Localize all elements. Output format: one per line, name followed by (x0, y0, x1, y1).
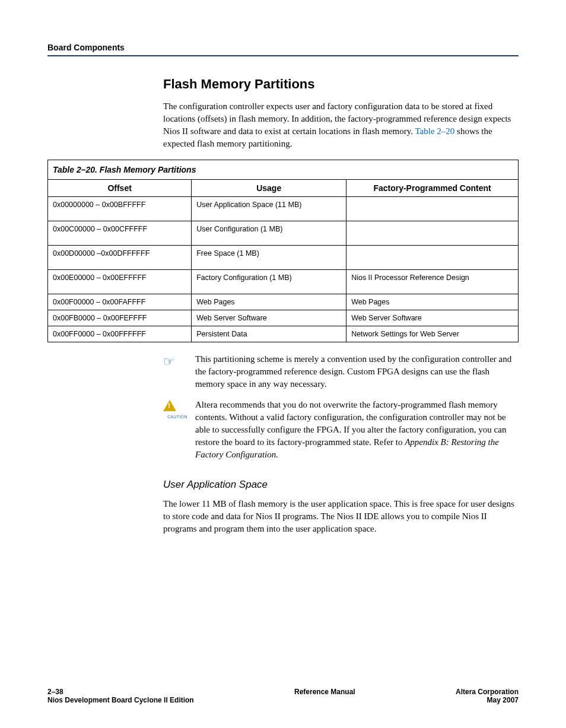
header-section-label: Board Components (47, 43, 125, 52)
caution-text: Altera recommends that you do not overwr… (195, 399, 519, 461)
subsection-title: User Application Space (163, 479, 519, 491)
footer-date: May 2007 (456, 696, 519, 704)
cell-content (346, 197, 519, 221)
cell-content: Nios II Processor Reference Design (346, 270, 519, 294)
caution-block: CAUTION Altera recommends that you do no… (163, 399, 519, 461)
cell-offset: 0x00E00000 – 0x00EFFFFF (48, 270, 192, 294)
footer-doc-type: Reference Manual (294, 688, 355, 696)
footer-right: Altera Corporation May 2007 (456, 688, 519, 704)
cell-content (346, 221, 519, 246)
table-row: 0x00000000 – 0x00BFFFFF User Application… (48, 197, 519, 221)
page-header: Board Components (47, 43, 519, 56)
cell-offset: 0x00D00000 –0x00DFFFFFF (48, 246, 192, 270)
cell-content (346, 246, 519, 270)
cell-usage: User Configuration (1 MB) (192, 221, 346, 246)
cell-offset: 0x00C00000 – 0x00CFFFFF (48, 221, 192, 246)
table-caption: Table 2–20. Flash Memory Partitions (47, 160, 519, 179)
cell-offset: 0x00000000 – 0x00BFFFFF (48, 197, 192, 221)
subsection-body: The lower 11 MB of flash memory is the u… (163, 498, 519, 535)
note-text: This partitioning scheme is merely a con… (195, 353, 519, 390)
table-ref-link[interactable]: Table 2–20 (415, 126, 454, 136)
table-row: 0x00FB0000 – 0x00FEFFFF Web Server Softw… (48, 310, 519, 326)
caution-icon: CAUTION (163, 399, 195, 461)
footer-page-number: 2–38 (47, 688, 194, 696)
page-footer: 2–38 Nios Development Board Cyclone II E… (47, 676, 519, 704)
cell-usage: Factory Configuration (1 MB) (192, 270, 346, 294)
table-row: 0x00FF0000 – 0x00FFFFFF Persistent Data … (48, 326, 519, 342)
flash-partitions-table: Table 2–20. Flash Memory Partitions Offs… (47, 160, 519, 342)
table-row: 0x00C00000 – 0x00CFFFFF User Configurati… (48, 221, 519, 246)
table-row: 0x00D00000 –0x00DFFFFFF Free Space (1 MB… (48, 246, 519, 270)
footer-center: Reference Manual (294, 688, 355, 704)
cell-content: Network Settings for Web Server (346, 326, 519, 342)
cell-content: Web Server Software (346, 310, 519, 326)
cell-usage: Persistent Data (192, 326, 346, 342)
col-usage: Usage (192, 180, 346, 197)
hand-pointing-icon: ☞ (163, 353, 195, 390)
cell-usage: User Application Space (11 MB) (192, 197, 346, 221)
col-content: Factory-Programmed Content (346, 180, 519, 197)
table-header-row: Offset Usage Factory-Programmed Content (48, 180, 519, 197)
section-title: Flash Memory Partitions (163, 77, 519, 92)
cell-offset: 0x00FF0000 – 0x00FFFFFF (48, 326, 192, 342)
cell-offset: 0x00F00000 – 0x00FAFFFF (48, 294, 192, 310)
cell-usage: Web Pages (192, 294, 346, 310)
col-offset: Offset (48, 180, 192, 197)
cell-usage: Free Space (1 MB) (192, 246, 346, 270)
section-intro: The configuration controller expects use… (163, 100, 519, 150)
footer-doc-title: Nios Development Board Cyclone II Editio… (47, 696, 194, 704)
footer-company: Altera Corporation (456, 688, 519, 696)
table-row: 0x00E00000 – 0x00EFFFFF Factory Configur… (48, 270, 519, 294)
table-row: 0x00F00000 – 0x00FAFFFF Web Pages Web Pa… (48, 294, 519, 310)
cell-offset: 0x00FB0000 – 0x00FEFFFF (48, 310, 192, 326)
cell-content: Web Pages (346, 294, 519, 310)
cell-usage: Web Server Software (192, 310, 346, 326)
footer-left: 2–38 Nios Development Board Cyclone II E… (47, 688, 194, 704)
note-block: ☞ This partitioning scheme is merely a c… (163, 353, 519, 390)
